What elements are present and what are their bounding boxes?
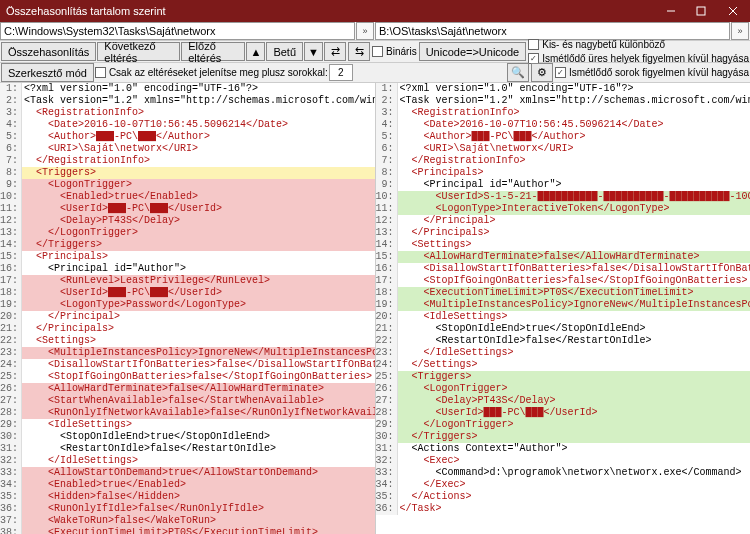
code-line[interactable]: 18: <ExecutionTimeLimit>PT0S</ExecutionT… xyxy=(376,287,751,299)
code-line[interactable]: 35: </Actions> xyxy=(376,491,751,503)
code-line[interactable]: 3: <RegistrationInfo> xyxy=(376,107,751,119)
code-line[interactable]: 7: </RegistrationInfo> xyxy=(376,155,751,167)
onlydiff-check[interactable]: Csak az eltéréseket jelenítse meg plusz … xyxy=(95,66,328,80)
editor-mode-button[interactable]: Szerkesztő mód xyxy=(1,63,94,82)
code-line[interactable]: 27: <StartWhenAvailable>false</StartWhen… xyxy=(0,395,375,407)
path-left-input[interactable] xyxy=(0,22,355,40)
code-line[interactable]: 10: <UserId>S-1-5-21-██████████-████████… xyxy=(376,191,751,203)
code-line[interactable]: 25: <Triggers> xyxy=(376,371,751,383)
code-line[interactable]: 20: <IdleSettings> xyxy=(376,311,751,323)
code-line[interactable]: 4: <Date>2016-10-07T10:56:45.5096214</Da… xyxy=(376,119,751,131)
font-button[interactable]: Betű xyxy=(266,42,303,61)
code-line[interactable]: 36:</Task> xyxy=(376,503,751,515)
code-line[interactable]: 28: <RunOnlyIfNetworkAvailable>false</Ru… xyxy=(0,407,375,419)
code-line[interactable]: 16: <Principal id="Author"> xyxy=(0,263,375,275)
settings-icon[interactable]: ⚙ xyxy=(531,63,553,82)
code-line[interactable]: 9: <Principal id="Author"> xyxy=(376,179,751,191)
code-line[interactable]: 37: <WakeToRun>false</WakeToRun> xyxy=(0,515,375,527)
code-line[interactable]: 8: <Principals> xyxy=(376,167,751,179)
right-pane[interactable]: 1:<?xml version="1.0" encoding="UTF-16"?… xyxy=(376,83,751,534)
maximize-button[interactable] xyxy=(686,0,716,22)
code-line[interactable]: 17: <StopIfGoingOnBatteries>false</StopI… xyxy=(376,275,751,287)
code-line[interactable]: 31: <Actions Context="Author"> xyxy=(376,443,751,455)
code-line[interactable]: 14: <Settings> xyxy=(376,239,751,251)
repeat-check[interactable]: Ismétlődő sorok figyelmen kívül hagyása xyxy=(555,66,749,80)
code-line[interactable]: 1:<?xml version="1.0" encoding="UTF-16"?… xyxy=(376,83,751,95)
code-line[interactable]: 13: </Principals> xyxy=(376,227,751,239)
unicode-button[interactable]: Unicode=>Unicode xyxy=(419,42,527,61)
case-check[interactable]: Kis- és nagybetű különböző xyxy=(528,38,749,52)
code-line[interactable]: 32: </IdleSettings> xyxy=(0,455,375,467)
code-line[interactable]: 21: </Principals> xyxy=(0,323,375,335)
code-line[interactable]: 13: </LogonTrigger> xyxy=(0,227,375,239)
code-line[interactable]: 22: <RestartOnIdle>false</RestartOnIdle> xyxy=(376,335,751,347)
code-line[interactable]: 19: <MultipleInstancesPolicy>IgnoreNew</… xyxy=(376,299,751,311)
close-button[interactable] xyxy=(716,0,750,22)
code-line[interactable]: 17: <RunLevel>LeastPrivilege</RunLevel> xyxy=(0,275,375,287)
code-line[interactable]: 23: </IdleSettings> xyxy=(376,347,751,359)
code-line[interactable]: 15: <Principals> xyxy=(0,251,375,263)
code-line[interactable]: 2:<Task version="1.2" xmlns="http://sche… xyxy=(0,95,375,107)
code-line[interactable]: 29: </LogonTrigger> xyxy=(376,419,751,431)
next-diff-button[interactable]: Következő eltérés xyxy=(97,42,180,61)
code-line[interactable]: 35: <Hidden>false</Hidden> xyxy=(0,491,375,503)
code-line[interactable]: 4: <Date>2016-10-07T10:56:45.5096214</Da… xyxy=(0,119,375,131)
code-line[interactable]: 30: </Triggers> xyxy=(376,431,751,443)
code-line[interactable]: 11: <LogonType>InteractiveToken</LogonTy… xyxy=(376,203,751,215)
code-line[interactable]: 3: <RegistrationInfo> xyxy=(0,107,375,119)
code-line[interactable]: 12: <Delay>PT43S</Delay> xyxy=(0,215,375,227)
code-line[interactable]: 24: <DisallowStartIfOnBatteries>false</D… xyxy=(0,359,375,371)
code-line[interactable]: 21: <StopOnIdleEnd>true</StopOnIdleEnd> xyxy=(376,323,751,335)
copy-right-icon[interactable]: ⇆ xyxy=(348,42,370,61)
code-line[interactable]: 9: <LogonTrigger> xyxy=(0,179,375,191)
code-line[interactable]: 32: <Exec> xyxy=(376,455,751,467)
code-line[interactable]: 5: <Author>███-PC\███</Author> xyxy=(376,131,751,143)
search-icon[interactable]: 🔍 xyxy=(507,63,529,82)
code-line[interactable]: 33: <AllowStartOnDemand>true</AllowStart… xyxy=(0,467,375,479)
code-line[interactable]: 16: <DisallowStartIfOnBatteries>false</D… xyxy=(376,263,751,275)
font-down-icon[interactable]: ▼ xyxy=(304,42,323,61)
window-buttons xyxy=(656,0,750,22)
code-line[interactable]: 34: <Enabled>true</Enabled> xyxy=(0,479,375,491)
code-line[interactable]: 19: <LogonType>Password</LogonType> xyxy=(0,299,375,311)
binary-check[interactable]: Bináris xyxy=(372,45,417,59)
compare-button[interactable]: Összehasonlítás xyxy=(1,42,96,61)
code-line[interactable]: 36: <RunOnlyIfIdle>false</RunOnlyIfIdle> xyxy=(0,503,375,515)
code-line[interactable]: 28: <UserId>███-PC\███</UserId> xyxy=(376,407,751,419)
code-line[interactable]: 20: </Principal> xyxy=(0,311,375,323)
code-line[interactable]: 33: <Command>d:\programok\networx\networ… xyxy=(376,467,751,479)
code-line[interactable]: 26: <LogonTrigger> xyxy=(376,383,751,395)
code-line[interactable]: 11: <UserId>███-PC\███</UserId> xyxy=(0,203,375,215)
code-line[interactable]: 29: <IdleSettings> xyxy=(0,419,375,431)
code-line[interactable]: 5: <Author>███-PC\███</Author> xyxy=(0,131,375,143)
extra-lines-input[interactable] xyxy=(329,64,353,81)
prev-diff-button[interactable]: Előző eltérés xyxy=(181,42,245,61)
code-line[interactable]: 1:<?xml version="1.0" encoding="UTF-16"?… xyxy=(0,83,375,95)
code-line[interactable]: 24: </Settings> xyxy=(376,359,751,371)
minimize-button[interactable] xyxy=(656,0,686,22)
code-line[interactable]: 31: <RestartOnIdle>false</RestartOnIdle> xyxy=(0,443,375,455)
code-line[interactable]: 6: <URI>\Saját\networx</URI> xyxy=(0,143,375,155)
code-line[interactable]: 30: <StopOnIdleEnd>true</StopOnIdleEnd> xyxy=(0,431,375,443)
code-line[interactable]: 38: <ExecutionTimeLimit>PT0S</ExecutionT… xyxy=(0,527,375,534)
code-line[interactable]: 18: <UserId>███-PC\███</UserId> xyxy=(0,287,375,299)
left-pane[interactable]: 1:<?xml version="1.0" encoding="UTF-16"?… xyxy=(0,83,376,534)
code-line[interactable]: 22: <Settings> xyxy=(0,335,375,347)
code-line[interactable]: 10: <Enabled>true</Enabled> xyxy=(0,191,375,203)
code-line[interactable]: 7: </RegistrationInfo> xyxy=(0,155,375,167)
svg-rect-1 xyxy=(697,7,705,15)
code-line[interactable]: 25: <StopIfGoingOnBatteries>false</StopI… xyxy=(0,371,375,383)
code-line[interactable]: 6: <URI>\Saját\networx</URI> xyxy=(376,143,751,155)
font-up-icon[interactable]: ▲ xyxy=(246,42,265,61)
code-line[interactable]: 2:<Task version="1.2" xmlns="http://sche… xyxy=(376,95,751,107)
window-title: Összehasonlítás tartalom szerint xyxy=(6,5,656,17)
code-line[interactable]: 27: <Delay>PT43S</Delay> xyxy=(376,395,751,407)
code-line[interactable]: 23: <MultipleInstancesPolicy>IgnoreNew</… xyxy=(0,347,375,359)
code-line[interactable]: 14: </Triggers> xyxy=(0,239,375,251)
code-line[interactable]: 12: </Principal> xyxy=(376,215,751,227)
code-line[interactable]: 8: <Triggers> xyxy=(0,167,375,179)
code-line[interactable]: 26: <AllowHardTerminate>false</AllowHard… xyxy=(0,383,375,395)
code-line[interactable]: 15: <AllowHardTerminate>false</AllowHard… xyxy=(376,251,751,263)
code-line[interactable]: 34: </Exec> xyxy=(376,479,751,491)
copy-left-icon[interactable]: ⇄ xyxy=(324,42,346,61)
